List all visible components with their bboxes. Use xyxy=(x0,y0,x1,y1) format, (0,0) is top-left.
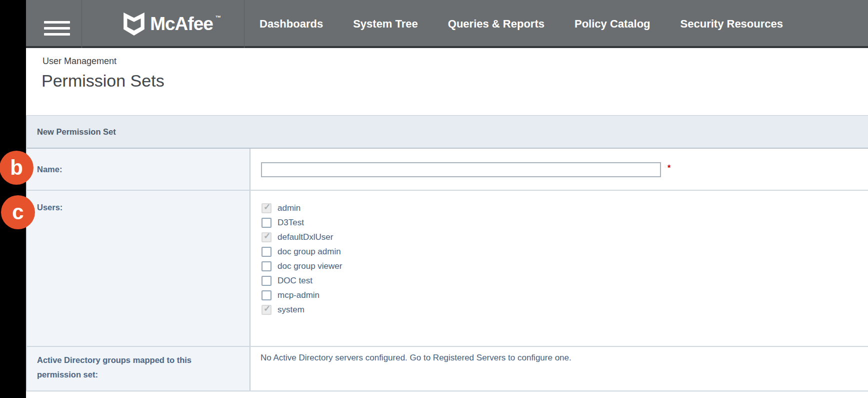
user-row: D3Test xyxy=(262,215,868,230)
user-checkbox: ✓ xyxy=(262,203,272,213)
required-marker: * xyxy=(668,164,670,173)
users-label: Users: xyxy=(27,191,250,346)
user-label: system xyxy=(278,305,304,315)
permission-set-name-input[interactable] xyxy=(261,162,661,177)
annotation-badge-b: b xyxy=(0,151,34,185)
nav-item-security-resources[interactable]: Security Resources xyxy=(666,18,798,31)
menu-icon[interactable] xyxy=(44,21,70,36)
user-label: defaultDxlUser xyxy=(278,232,334,242)
annotation-badge-c: c xyxy=(1,195,35,229)
mcafee-shield-icon xyxy=(122,12,146,37)
nav-item-system-tree[interactable]: System Tree xyxy=(338,18,433,31)
user-checkbox[interactable] xyxy=(262,276,272,286)
name-label: Name: xyxy=(27,149,250,190)
user-row: ✓admin xyxy=(262,201,868,215)
section-header: New Permission Set xyxy=(27,115,868,149)
user-checkbox[interactable] xyxy=(262,218,272,228)
user-row: doc group viewer xyxy=(262,259,868,273)
check-icon: ✓ xyxy=(264,304,270,314)
brand-name: McAfee xyxy=(150,14,213,35)
user-row: ✓defaultDxlUser xyxy=(262,230,868,244)
menu-bar xyxy=(44,27,70,30)
user-checkbox[interactable] xyxy=(262,290,272,300)
user-row: ✓system xyxy=(262,302,868,317)
check-icon: ✓ xyxy=(264,202,270,212)
ad-groups-label: Active Directory groups mapped to this p… xyxy=(27,347,250,390)
nav-item-dashboards[interactable]: Dashboards xyxy=(244,18,338,31)
users-list: ✓adminD3Test✓defaultDxlUserdoc group adm… xyxy=(250,191,868,317)
top-navbar: McAfee ™ DashboardsSystem TreeQueries & … xyxy=(26,0,868,48)
menu-bar xyxy=(44,33,70,36)
nav-item-policy-catalog[interactable]: Policy Catalog xyxy=(560,18,666,31)
breadcrumb: User Management xyxy=(42,56,116,67)
user-checkbox: ✓ xyxy=(262,305,272,315)
nav-links: DashboardsSystem TreeQueries & ReportsPo… xyxy=(244,0,868,48)
user-checkbox[interactable] xyxy=(262,247,272,257)
user-row: mcp-admin xyxy=(262,288,868,302)
name-row: Name: * xyxy=(27,149,868,191)
users-row: Users: ✓adminD3Test✓defaultDxlUserdoc gr… xyxy=(27,191,868,347)
user-checkbox[interactable] xyxy=(262,261,272,271)
user-row: doc group admin xyxy=(262,244,868,259)
user-label: mcp-admin xyxy=(278,290,320,300)
users-value-cell: ✓adminD3Test✓defaultDxlUserdoc group adm… xyxy=(250,191,868,346)
ad-groups-value-cell: No Active Directory servers configured. … xyxy=(250,347,868,390)
name-value-cell: * xyxy=(250,149,868,190)
section-title: New Permission Set xyxy=(37,127,116,137)
user-label: DOC test xyxy=(278,276,312,286)
user-checkbox: ✓ xyxy=(262,232,272,242)
nav-divider xyxy=(82,0,82,48)
user-label: doc group viewer xyxy=(278,261,342,271)
user-label: D3Test xyxy=(278,218,304,228)
check-icon: ✓ xyxy=(264,231,270,241)
user-label: admin xyxy=(278,203,300,213)
trademark: ™ xyxy=(216,15,221,21)
nav-item-queries-reports[interactable]: Queries & Reports xyxy=(433,18,560,31)
user-row: DOC test xyxy=(262,273,868,288)
mcafee-logo[interactable]: McAfee ™ xyxy=(102,0,244,48)
page-title: Permission Sets xyxy=(42,71,164,91)
new-permission-set-form: New Permission Set Name: * Users: ✓admin… xyxy=(26,115,868,391)
ad-groups-message: No Active Directory servers configured. … xyxy=(250,347,868,363)
menu-bar xyxy=(44,21,70,24)
user-label: doc group admin xyxy=(278,247,341,257)
ad-groups-row: Active Directory groups mapped to this p… xyxy=(27,347,868,391)
